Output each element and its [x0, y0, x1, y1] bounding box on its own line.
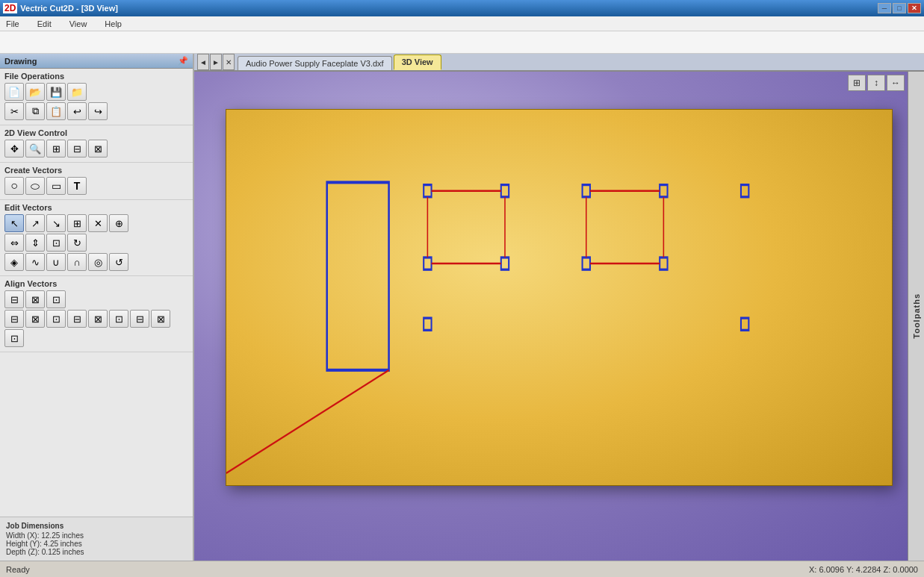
weld-tool[interactable]: ⊕ — [109, 214, 128, 232]
tab-bar: ◄ ► ✕ Audio Power Supply Faceplate V3.dx… — [194, 54, 924, 72]
group-tool[interactable]: ⊞ — [67, 214, 87, 232]
reverse-tool[interactable]: ↺ — [109, 253, 128, 271]
offset-tool[interactable]: ◈ — [4, 253, 24, 271]
file-operations-title: File Operations — [4, 72, 188, 81]
menu-view[interactable]: View — [66, 19, 90, 29]
align-bottom-tool[interactable]: ⊡ — [109, 310, 128, 328]
left-panel: Drawing 📌 File Operations 📄 📂 💾 📁 ✂ ⧉ 📋 … — [0, 54, 194, 561]
pan-button[interactable]: ✥ — [4, 140, 24, 157]
menu-bar: File Edit View Help — [0, 16, 924, 31]
tab-nav-arrows[interactable]: ◄ ► ✕ — [197, 54, 235, 70]
zoom-out-button[interactable]: ⊟ — [67, 140, 87, 157]
redo-button[interactable]: ↪ — [88, 102, 108, 120]
tab-dxf[interactable]: Audio Power Supply Faceplate V3.dxf — [238, 56, 392, 70]
toolbar-area — [0, 31, 924, 54]
tab-left-arrow[interactable]: ◄ — [197, 54, 209, 70]
space-h-tool[interactable]: ⊟ — [130, 310, 149, 328]
title-bar-controls[interactable]: ─ □ ✕ — [878, 3, 921, 13]
edit-vectors-row3: ◈ ∿ ∪ ∩ ◎ ↺ — [4, 253, 188, 271]
align-row2: ⊟ ⊠ ⊡ ⊟ ⊠ ⊡ ⊟ ⊠ ⊡ — [4, 310, 188, 347]
circle-tool[interactable]: ○ — [4, 177, 24, 195]
tab-right-arrow[interactable]: ► — [210, 54, 222, 70]
align-distribute-tool[interactable]: ⊡ — [46, 290, 66, 308]
space-v-tool[interactable]: ⊠ — [151, 310, 170, 328]
svg-line-20 — [226, 370, 389, 473]
ellipse-tool[interactable]: ⬭ — [25, 177, 45, 195]
pin-icon[interactable]: 📌 — [178, 56, 188, 66]
create-vectors-title: Create Vectors — [4, 166, 188, 175]
node-edit-tool[interactable]: ↗ — [25, 214, 45, 232]
delete-tool[interactable]: ✕ — [88, 214, 108, 232]
align-top-tool[interactable]: ⊟ — [67, 310, 87, 328]
edit-vectors-row1: ↖ ↗ ↘ ⊞ ✕ ⊕ — [4, 214, 188, 232]
height-dimension: Height (Y): 4.25 inches — [6, 540, 187, 548]
view-area[interactable]: ⊞ ↕ ↔ — [194, 72, 924, 561]
main-layout: Drawing 📌 File Operations 📄 📂 💾 📁 ✂ ⧉ 📋 … — [0, 54, 924, 561]
rect-tool[interactable]: ▭ — [46, 177, 66, 195]
paste-button[interactable]: 📋 — [46, 102, 66, 120]
restore-button[interactable]: □ — [893, 3, 906, 13]
menu-help[interactable]: Help — [102, 19, 125, 29]
app-title: Vectric Cut2D - [3D View] — [20, 4, 118, 13]
undo-button[interactable]: ↩ — [67, 102, 87, 120]
toolpaths-sidebar: Toolpaths — [908, 72, 924, 561]
svg-rect-10 — [583, 185, 590, 197]
close-button[interactable]: ✕ — [908, 3, 921, 13]
edit-vectors-row2: ⇔ ⇕ ⊡ ↻ — [4, 234, 188, 252]
align-middle-tool[interactable]: ⊠ — [88, 310, 108, 328]
svg-rect-5 — [501, 258, 509, 269]
menu-edit[interactable]: Edit — [34, 19, 55, 29]
create-vectors-row: ○ ⬭ ▭ T — [4, 177, 188, 195]
copy-button[interactable]: ⧉ — [25, 102, 45, 120]
panel-title: Drawing — [4, 57, 37, 66]
view-icons: ⊞ ↕ ↔ — [848, 75, 905, 91]
menu-file[interactable]: File — [3, 19, 22, 29]
title-bar: 2D Vectric Cut2D - [3D View] ─ □ ✕ — [0, 0, 924, 16]
new-button[interactable]: 📄 — [4, 83, 24, 101]
zoom-all-button[interactable]: ⊠ — [88, 140, 108, 157]
smooth-tool[interactable]: ∿ — [25, 253, 45, 271]
scale-tool[interactable]: ⊡ — [46, 234, 66, 252]
svg-rect-19 — [741, 318, 748, 330]
fit-tool[interactable]: ◎ — [88, 253, 108, 271]
edit-vectors-title: Edit Vectors — [4, 203, 188, 212]
transform-tool[interactable]: ↘ — [46, 214, 66, 232]
mirror-h-tool[interactable]: ⇔ — [4, 234, 24, 252]
align-row1: ⊟ ⊠ ⊡ — [4, 290, 188, 308]
rotate-tool[interactable]: ↻ — [67, 234, 87, 252]
svg-rect-13 — [583, 258, 590, 269]
align-center-v-tool[interactable]: ⊠ — [25, 290, 45, 308]
view-icon-vert[interactable]: ↕ — [867, 75, 885, 91]
job-dimensions-title: Job Dimensions — [6, 522, 187, 530]
align-left-tool[interactable]: ⊟ — [4, 310, 24, 328]
select-tool[interactable]: ↖ — [4, 214, 24, 232]
view-icon-zoom[interactable]: ⊞ — [848, 75, 866, 91]
join-tool[interactable]: ∪ — [46, 253, 66, 271]
zoom-window-button[interactable]: ⊞ — [46, 140, 66, 157]
text-tool[interactable]: T — [67, 177, 87, 195]
tab-3d[interactable]: 3D View — [394, 54, 441, 70]
open-button[interactable]: 📂 — [25, 83, 45, 101]
tab-close-arrow[interactable]: ✕ — [223, 54, 235, 70]
svg-rect-14 — [660, 258, 667, 269]
align-center-h-tool[interactable]: ⊟ — [4, 290, 24, 308]
depth-dimension: Depth (Z): 0.125 inches — [6, 548, 187, 556]
distribute2-tool[interactable]: ⊡ — [4, 329, 24, 347]
trim-tool[interactable]: ∩ — [67, 253, 87, 271]
align-center-tool[interactable]: ⊠ — [25, 310, 45, 328]
align-right-tool[interactable]: ⊡ — [46, 310, 66, 328]
file-operations-section: File Operations 📄 📂 💾 📁 ✂ ⧉ 📋 ↩ ↪ — [0, 69, 193, 125]
cut-button[interactable]: ✂ — [4, 102, 24, 120]
align-vectors-title: Align Vectors — [4, 279, 188, 288]
file-ops-row2: ✂ ⧉ 📋 ↩ ↪ — [4, 102, 188, 120]
svg-rect-2 — [501, 185, 509, 197]
zoom-button[interactable]: 🔍 — [25, 140, 45, 157]
save-button[interactable]: 💾 — [46, 83, 66, 101]
view-control-section: 2D View Control ✥ 🔍 ⊞ ⊟ ⊠ — [0, 125, 193, 163]
mirror-v-tool[interactable]: ⇕ — [25, 234, 45, 252]
svg-rect-1 — [424, 185, 431, 197]
minimize-button[interactable]: ─ — [878, 3, 891, 13]
view-icon-horiz[interactable]: ↔ — [887, 75, 905, 91]
toolpaths-label: Toolpaths — [912, 293, 921, 339]
open-folder-button[interactable]: 📁 — [67, 83, 87, 101]
